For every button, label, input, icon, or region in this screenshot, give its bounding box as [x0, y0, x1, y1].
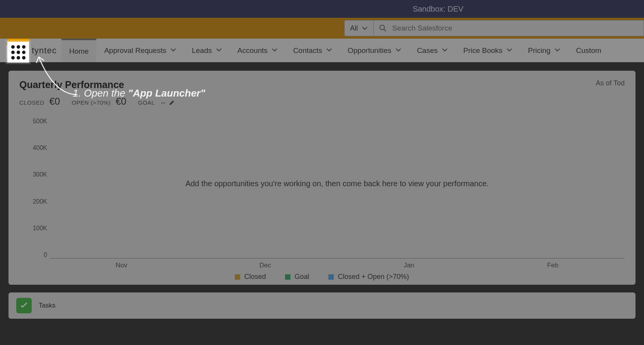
kpi-value: €0 — [49, 96, 60, 107]
y-tick: 400K — [33, 144, 47, 151]
svg-line-1 — [384, 29, 386, 31]
x-tick: Nov — [50, 262, 193, 269]
tab-label: Leads — [192, 46, 212, 55]
x-tick: Dec — [193, 262, 337, 269]
tab-home[interactable]: Home — [61, 39, 97, 62]
search-scope-label: All — [350, 24, 358, 32]
tab-contacts[interactable]: Contacts — [285, 39, 340, 62]
legend-goal: Goal — [285, 273, 309, 281]
performance-chart: 500K 400K 300K 200K 100K 0 Add the oppor… — [19, 115, 625, 281]
tab-label: Price Books — [463, 46, 502, 55]
tab-price-books[interactable]: Price Books — [456, 39, 520, 62]
chevron-down-icon — [442, 46, 448, 55]
tab-opportunities[interactable]: Opportunities — [340, 39, 409, 62]
tab-leads[interactable]: Leads — [184, 39, 230, 62]
chart-legend: Closed Goal Closed + Open (>70%) — [19, 273, 625, 281]
nav-tabs: Home Approval Requests Leads Accounts Co… — [61, 39, 609, 62]
chevron-down-icon — [326, 46, 332, 55]
kpi-closed: CLOSED €0 — [19, 96, 60, 107]
global-search: All — [344, 20, 644, 36]
sandbox-banner: Sandbox: DEV — [0, 0, 644, 18]
svg-point-0 — [380, 25, 384, 30]
y-tick: 100K — [33, 225, 47, 232]
kpi-goal: GOAL -- — [138, 99, 175, 107]
chevron-down-icon — [395, 46, 401, 55]
tasks-card: Tasks — [9, 292, 635, 319]
kpi-label: CLOSED — [19, 99, 44, 106]
legend-label: Goal — [294, 273, 309, 281]
tab-label: Custom — [576, 46, 601, 55]
annotation-step-prefix: 1. Open the — [73, 87, 128, 99]
chevron-down-icon — [170, 46, 176, 55]
tab-custom[interactable]: Custom — [568, 39, 609, 62]
chevron-down-icon — [216, 46, 222, 55]
chart-x-axis: Nov Dec Jan Feb — [50, 262, 625, 269]
app-launcher-highlight-stripe — [7, 39, 29, 42]
nav-bar: tyntec Home Approval Requests Leads Acco… — [0, 39, 644, 62]
tab-label: Cases — [417, 46, 438, 55]
legend-swatch — [285, 274, 290, 280]
tab-approval-requests[interactable]: Approval Requests — [96, 39, 184, 62]
page-content: Quarterly Performance As of Tod CLOSED €… — [0, 62, 644, 327]
x-tick: Jan — [337, 262, 481, 269]
kpi-label: GOAL — [138, 99, 155, 106]
tab-accounts[interactable]: Accounts — [230, 39, 285, 62]
legend-closed: Closed — [235, 273, 266, 281]
y-tick: 0 — [44, 252, 47, 258]
tab-label: Opportunities — [348, 46, 391, 55]
tab-label: Contacts — [293, 46, 322, 55]
x-tick: Feb — [481, 262, 625, 269]
tab-label: Home — [69, 47, 89, 56]
annotation-step-highlight: "App Launcher" — [128, 87, 205, 99]
chevron-down-icon — [554, 46, 560, 55]
search-icon — [379, 24, 387, 32]
tab-pricing[interactable]: Pricing — [520, 39, 568, 62]
app-launcher-button-highlighted[interactable] — [7, 42, 29, 63]
kpi-value: -- — [161, 99, 165, 107]
chart-empty-message: Add the opportunities you're working on,… — [50, 179, 625, 188]
as-of-label: As of Tod — [596, 79, 625, 87]
y-tick: 500K — [33, 118, 47, 125]
quarterly-performance-card: Quarterly Performance As of Tod CLOSED €… — [9, 71, 635, 285]
legend-swatch — [328, 274, 334, 280]
tasks-title: Tasks — [39, 302, 55, 309]
chart-y-axis: 500K 400K 300K 200K 100K 0 — [19, 115, 47, 281]
legend-swatch — [235, 274, 240, 280]
tab-label: Pricing — [528, 46, 550, 55]
y-tick: 200K — [33, 198, 47, 205]
global-header: All — [0, 18, 644, 39]
search-box[interactable] — [373, 20, 644, 36]
search-input[interactable] — [392, 24, 638, 32]
tab-label: Accounts — [237, 46, 268, 55]
app-name: tyntec — [29, 39, 61, 62]
legend-label: Closed — [244, 273, 266, 281]
annotation-text: 1. Open the "App Launcher" — [73, 87, 205, 99]
chevron-down-icon — [362, 25, 368, 31]
kpi-label: OPEN (>70%) — [72, 99, 111, 106]
chart-plot-area: Add the opportunities you're working on,… — [50, 115, 625, 258]
chevron-down-icon — [272, 46, 278, 55]
pencil-icon[interactable] — [169, 100, 175, 106]
tasks-icon — [16, 298, 32, 313]
search-scope-dropdown[interactable]: All — [344, 20, 373, 36]
sandbox-label: Sandbox: DEV — [413, 5, 463, 14]
chevron-down-icon — [506, 46, 512, 55]
legend-closed-open: Closed + Open (>70%) — [328, 273, 409, 281]
tab-cases[interactable]: Cases — [409, 39, 456, 62]
legend-label: Closed + Open (>70%) — [338, 273, 409, 281]
y-tick: 300K — [33, 171, 47, 178]
tab-label: Approval Requests — [104, 46, 166, 55]
